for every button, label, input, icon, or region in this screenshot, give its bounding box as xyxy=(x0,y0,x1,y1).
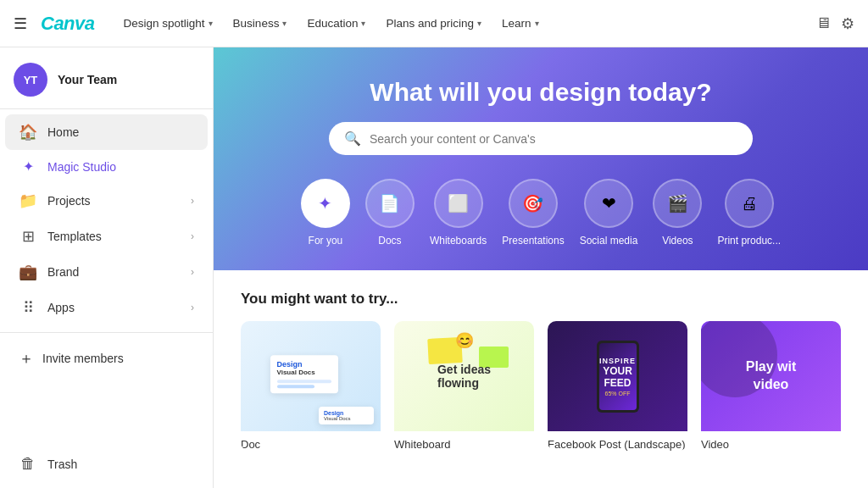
category-label-videos: Videos xyxy=(662,235,693,247)
sidebar-item-trash[interactable]: 🗑 Trash xyxy=(5,446,208,481)
category-circle-social-media: ❤ xyxy=(584,179,633,228)
sidebar-divider xyxy=(0,332,213,333)
templates-icon: ⊞ xyxy=(19,227,37,246)
nav-link-plans[interactable]: Plans and pricing ▾ xyxy=(377,12,490,35)
hero-title: What will you design today? xyxy=(248,78,834,107)
invite-members-label: Invite members xyxy=(42,352,124,365)
suggestions-title: You might want to try... xyxy=(241,291,841,308)
topnav-links: Design spotlight ▾ Business ▾ Education … xyxy=(115,12,795,35)
sidebar-item-label: Brand xyxy=(47,265,79,279)
magic-studio-icon: ✦ xyxy=(19,158,37,175)
nav-link-label: Education xyxy=(307,17,358,30)
sidebar-item-brand[interactable]: 💼 Brand › xyxy=(5,254,208,290)
card-facebook[interactable]: INSPIRE YOUR FEED 65% OFF Facebook Post … xyxy=(548,321,687,451)
nav-link-label: Business xyxy=(233,17,280,30)
topnav: ☰ Canva Design spotlight ▾ Business ▾ Ed… xyxy=(0,0,868,47)
nav-link-label: Design spotlight xyxy=(124,17,205,30)
sidebar-item-label: Projects xyxy=(47,194,91,208)
sidebar-item-home[interactable]: 🏠 Home xyxy=(5,114,208,150)
category-circle-videos: 🎬 xyxy=(653,179,702,228)
wb-text: Get ideasflowing xyxy=(437,363,491,390)
sidebar-item-templates[interactable]: ⊞ Templates › xyxy=(5,219,208,254)
card-whiteboard-label: Whiteboard xyxy=(394,438,534,451)
settings-icon[interactable]: ⚙ xyxy=(841,14,854,33)
apps-icon: ⠿ xyxy=(19,298,37,317)
nav-link-label: Learn xyxy=(502,17,531,30)
chevron-down-icon: ▾ xyxy=(535,19,539,28)
team-name: Your Team xyxy=(58,73,117,86)
doc-preview-secondary: Design Visual Docs xyxy=(319,407,374,424)
wb-emoji-icon: 😊 xyxy=(455,331,474,350)
card-whiteboard[interactable]: 😊 Get ideasflowing Whiteboard xyxy=(394,321,534,451)
category-icons: ✦ For you 📄 Docs ⬜ Whiteboards xyxy=(248,179,834,247)
category-label-presentations: Presentations xyxy=(502,235,564,247)
for-you-icon: ✦ xyxy=(318,193,332,214)
category-item-docs[interactable]: 📄 Docs xyxy=(365,179,415,247)
chevron-down-icon: ▾ xyxy=(361,19,365,28)
doc-preview-primary: Design Visual Docs xyxy=(270,355,338,393)
chevron-right-icon: › xyxy=(191,302,194,313)
category-item-social-media[interactable]: ❤ Social media xyxy=(580,179,638,247)
chevron-right-icon: › xyxy=(191,195,194,207)
search-icon: 🔍 xyxy=(344,130,361,147)
card-video-label: Video xyxy=(701,438,841,451)
category-label-whiteboards: Whiteboards xyxy=(430,235,487,247)
category-circle-whiteboards: ⬜ xyxy=(434,179,483,228)
nav-link-education[interactable]: Education ▾ xyxy=(298,12,374,35)
card-doc-label: Doc xyxy=(241,438,381,451)
home-icon: 🏠 xyxy=(19,123,37,141)
trash-icon: 🗑 xyxy=(19,455,37,473)
card-video-thumb: Play witvideo xyxy=(701,321,841,431)
hamburger-icon[interactable]: ☰ xyxy=(14,14,27,33)
nav-link-business[interactable]: Business ▾ xyxy=(225,12,296,35)
plus-icon: ＋ xyxy=(19,348,34,369)
monitor-icon[interactable]: 🖥 xyxy=(815,14,831,32)
search-input[interactable] xyxy=(370,132,737,146)
topnav-right: 🖥 ⚙ xyxy=(815,14,854,33)
cards-row: Design Visual Docs Design Visual Docs Do… xyxy=(241,321,841,451)
chevron-right-icon: › xyxy=(191,266,194,278)
video-text: Play witvideo xyxy=(746,358,797,394)
hero-section: What will you design today? 🔍 ✦ For you … xyxy=(214,47,868,270)
category-item-presentations[interactable]: 🎯 Presentations xyxy=(502,179,564,247)
category-circle-docs: 📄 xyxy=(365,179,415,228)
category-item-videos[interactable]: 🎬 Videos xyxy=(653,179,702,247)
fb-phone-screen: INSPIRE YOUR FEED 65% OFF xyxy=(599,343,637,410)
canva-logo[interactable]: Canva xyxy=(41,13,95,35)
category-item-whiteboards[interactable]: ⬜ Whiteboards xyxy=(430,179,487,247)
category-label-for-you: For you xyxy=(309,235,343,247)
sidebar: YT Your Team 🏠 Home ✦ Magic Studio 📁 Pro… xyxy=(0,47,214,488)
fb-phone: INSPIRE YOUR FEED 65% OFF xyxy=(597,341,639,413)
brand-icon: 💼 xyxy=(19,263,37,281)
card-video[interactable]: Play witvideo Video xyxy=(701,321,841,451)
card-doc-thumb: Design Visual Docs Design Visual Docs xyxy=(241,321,381,431)
nav-link-design-spotlight[interactable]: Design spotlight ▾ xyxy=(115,12,221,35)
fb-content: INSPIRE YOUR FEED 65% OFF xyxy=(597,348,639,405)
chevron-down-icon: ▾ xyxy=(209,19,213,28)
sidebar-item-label: Home xyxy=(47,125,79,139)
invite-members-button[interactable]: ＋ Invite members xyxy=(5,340,208,377)
category-item-for-you[interactable]: ✦ For you xyxy=(301,179,350,247)
sidebar-item-label: Templates xyxy=(47,230,102,243)
sidebar-item-label: Trash xyxy=(47,458,77,471)
print-icon: 🖨 xyxy=(741,194,758,214)
sidebar-item-projects[interactable]: 📁 Projects › xyxy=(5,183,208,219)
card-whiteboard-thumb: 😊 Get ideasflowing xyxy=(394,321,534,431)
main-layout: YT Your Team 🏠 Home ✦ Magic Studio 📁 Pro… xyxy=(0,47,868,488)
category-label-social-media: Social media xyxy=(580,235,638,247)
nav-link-learn[interactable]: Learn ▾ xyxy=(493,12,548,35)
projects-icon: 📁 xyxy=(19,191,37,210)
category-label-print: Print produc... xyxy=(717,235,781,247)
sidebar-item-label: Apps xyxy=(47,301,75,314)
card-facebook-thumb: INSPIRE YOUR FEED 65% OFF xyxy=(548,321,687,431)
card-doc[interactable]: Design Visual Docs Design Visual Docs Do… xyxy=(241,321,381,451)
search-bar: 🔍 xyxy=(329,122,753,155)
category-item-print[interactable]: 🖨 Print produc... xyxy=(717,179,781,247)
sidebar-item-apps[interactable]: ⠿ Apps › xyxy=(5,290,208,325)
docs-icon: 📄 xyxy=(379,193,400,214)
sidebar-item-magic-studio[interactable]: ✦ Magic Studio xyxy=(5,150,208,183)
chevron-right-icon: › xyxy=(191,230,194,242)
category-circle-presentations: 🎯 xyxy=(509,179,558,228)
team-header[interactable]: YT Your Team xyxy=(0,54,213,109)
videos-icon: 🎬 xyxy=(667,193,688,214)
